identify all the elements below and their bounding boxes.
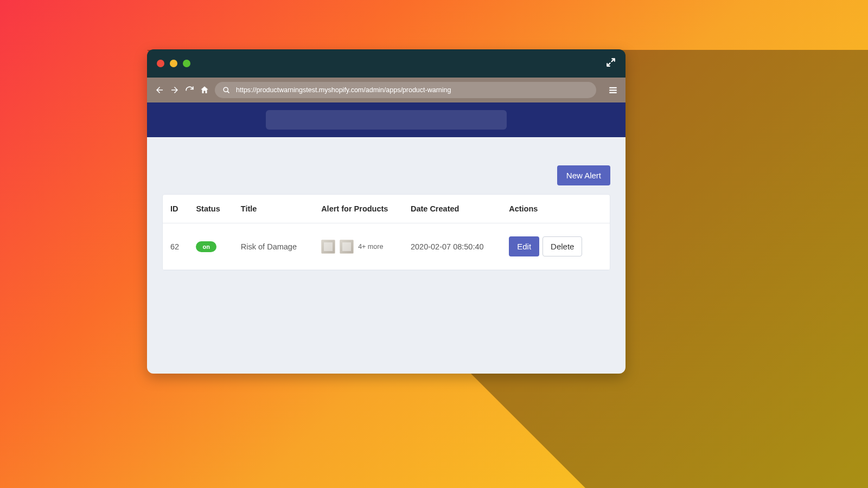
cell-actions: Edit Delete — [502, 223, 610, 270]
cell-date: 2020-02-07 08:50:40 — [404, 223, 502, 270]
col-header-status: Status — [189, 195, 234, 223]
col-header-products: Alert for Products — [315, 195, 404, 223]
col-header-title: Title — [234, 195, 315, 223]
window-titlebar — [147, 49, 626, 78]
app-search-input[interactable] — [266, 110, 507, 130]
new-alert-button[interactable]: New Alert — [557, 165, 610, 185]
menu-button[interactable] — [608, 85, 618, 95]
status-pill: on — [196, 241, 216, 252]
expand-icon[interactable] — [606, 57, 616, 69]
browser-window: https://productwarningstest.myshopify.co… — [147, 49, 626, 374]
cell-products: 4+ more — [315, 223, 404, 270]
delete-button[interactable]: Delete — [542, 236, 582, 256]
home-button[interactable] — [200, 85, 209, 95]
back-button[interactable] — [155, 85, 164, 95]
address-url-text: https://productwarningstest.myshopify.co… — [236, 86, 451, 94]
alerts-table: ID Status Title Alert for Products Date … — [163, 195, 610, 270]
reload-button[interactable] — [185, 86, 194, 95]
cell-status: on — [189, 223, 234, 270]
address-bar[interactable]: https://productwarningstest.myshopify.co… — [215, 82, 596, 98]
cell-title: Risk of Damage — [234, 223, 315, 270]
alerts-table-card: ID Status Title Alert for Products Date … — [162, 194, 610, 271]
col-header-id: ID — [163, 195, 189, 223]
svg-rect-3 — [609, 89, 617, 91]
edit-button[interactable]: Edit — [509, 236, 539, 256]
app-header — [147, 102, 626, 137]
svg-point-0 — [224, 87, 228, 92]
table-row: 62 on Risk of Damage 4+ more 2 — [163, 223, 610, 270]
window-maximize-button[interactable] — [183, 60, 190, 67]
app-content: New Alert ID Status Title Alert for Prod… — [147, 137, 626, 374]
product-thumbnail[interactable] — [340, 240, 354, 254]
svg-line-1 — [227, 91, 229, 93]
col-header-date: Date Created — [404, 195, 502, 223]
product-thumbnail[interactable] — [321, 240, 335, 254]
cell-id: 62 — [163, 223, 189, 270]
window-minimize-button[interactable] — [170, 60, 177, 67]
svg-rect-4 — [609, 92, 617, 93]
col-header-actions: Actions — [502, 195, 610, 223]
forward-button[interactable] — [170, 85, 180, 95]
window-close-button[interactable] — [157, 60, 164, 67]
svg-rect-2 — [609, 87, 617, 88]
more-products-label[interactable]: 4+ more — [358, 243, 383, 251]
browser-toolbar: https://productwarningstest.myshopify.co… — [147, 78, 626, 102]
